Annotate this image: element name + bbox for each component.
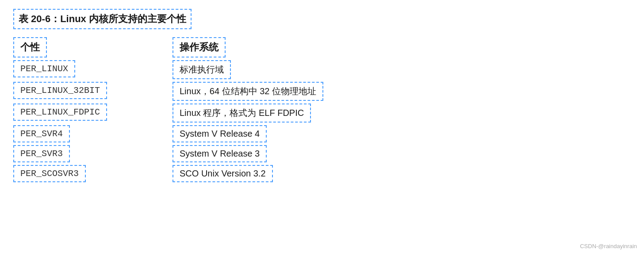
row-3-right: System V Release 4 <box>172 125 631 142</box>
row-1-right: Linux，64 位结构中 32 位物理地址 <box>172 82 631 101</box>
header-left-col: 个性 <box>13 37 164 58</box>
row-2-right: Linux 程序，格式为 ELF FDPIC <box>172 104 631 123</box>
row-1-left: PER_LINUX_32BIT <box>13 82 164 101</box>
row-3-code: PER_SVR4 <box>13 125 70 142</box>
row-2-left: PER_LINUX_FDPIC <box>13 104 164 123</box>
table-container: 表 20-6：Linux 内核所支持的主要个性 个性 操作系统 PER_LINU… <box>13 9 631 182</box>
row-1-value: Linux，64 位结构中 32 位物理地址 <box>172 82 323 101</box>
table-row: PER_LINUX 标准执行域 <box>13 60 631 79</box>
row-4-right: System V Release 3 <box>172 145 631 162</box>
watermark: CSDN-@raindayinrain <box>580 243 637 249</box>
row-2-value: Linux 程序，格式为 ELF FDPIC <box>172 104 311 123</box>
row-5-left: PER_SCOSVR3 <box>13 165 164 182</box>
row-0-right: 标准执行域 <box>172 60 631 79</box>
table-title: 表 20-6：Linux 内核所支持的主要个性 <box>19 12 186 26</box>
row-4-left: PER_SVR3 <box>13 145 164 162</box>
table-row: PER_SVR3 System V Release 3 <box>13 145 631 162</box>
table-row: PER_SCOSVR3 SCO Unix Version 3.2 <box>13 165 631 182</box>
row-0-value: 标准执行域 <box>172 60 231 79</box>
row-0-code: PER_LINUX <box>13 60 75 77</box>
table-header-row: 个性 操作系统 <box>13 37 631 58</box>
row-2-code: PER_LINUX_FDPIC <box>13 104 107 121</box>
table-row: PER_LINUX_32BIT Linux，64 位结构中 32 位物理地址 <box>13 82 631 101</box>
row-5-value: SCO Unix Version 3.2 <box>172 165 273 182</box>
row-3-value: System V Release 4 <box>172 125 267 142</box>
row-0-left: PER_LINUX <box>13 60 164 79</box>
table-row: PER_LINUX_FDPIC Linux 程序，格式为 ELF FDPIC <box>13 104 631 123</box>
header-right-cell: 操作系统 <box>172 37 226 58</box>
header-left-cell: 个性 <box>13 37 47 58</box>
table-row: PER_SVR4 System V Release 4 <box>13 125 631 142</box>
row-5-code: PER_SCOSVR3 <box>13 165 86 182</box>
row-3-left: PER_SVR4 <box>13 125 164 142</box>
row-1-code: PER_LINUX_32BIT <box>13 82 107 99</box>
row-4-value: System V Release 3 <box>172 145 267 162</box>
row-4-code: PER_SVR3 <box>13 145 70 162</box>
table-wrapper: 个性 操作系统 PER_LINUX 标准执行域 PER_LINUX_32BIT … <box>13 37 631 182</box>
title-box: 表 20-6：Linux 内核所支持的主要个性 <box>13 9 192 29</box>
header-right-col: 操作系统 <box>172 37 631 58</box>
row-5-right: SCO Unix Version 3.2 <box>172 165 631 182</box>
